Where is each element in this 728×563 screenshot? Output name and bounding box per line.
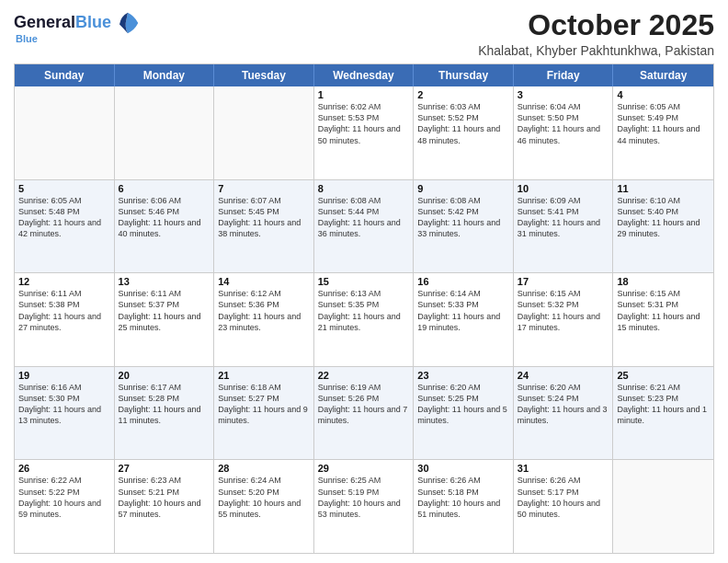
month-title: October 2025 (478, 9, 714, 41)
day-info: Sunrise: 6:18 AM Sunset: 5:27 PM Dayligh… (218, 382, 310, 427)
logo-icon (114, 9, 142, 37)
header-monday: Monday (115, 64, 215, 86)
day-info: Sunrise: 6:11 AM Sunset: 5:38 PM Dayligh… (18, 288, 110, 333)
calendar-cell (214, 86, 314, 179)
calendar-cell: 27Sunrise: 6:23 AM Sunset: 5:21 PM Dayli… (115, 460, 215, 553)
day-number: 24 (518, 370, 609, 381)
calendar-week-4: 19Sunrise: 6:16 AM Sunset: 5:30 PM Dayli… (15, 367, 713, 461)
calendar-cell: 23Sunrise: 6:20 AM Sunset: 5:25 PM Dayli… (414, 367, 514, 460)
calendar-cell: 15Sunrise: 6:13 AM Sunset: 5:35 PM Dayli… (314, 273, 415, 366)
calendar-cell: 29Sunrise: 6:25 AM Sunset: 5:19 PM Dayli… (314, 460, 415, 553)
day-number: 6 (119, 183, 210, 194)
calendar-cell: 25Sunrise: 6:21 AM Sunset: 5:23 PM Dayli… (613, 367, 713, 460)
day-number: 21 (218, 370, 310, 381)
page: GeneralBlue Blue October 2025 Khalabat, … (0, 0, 728, 563)
location-subtitle: Khalabat, Khyber Pakhtunkhwa, Pakistan (478, 43, 714, 58)
day-info: Sunrise: 6:09 AM Sunset: 5:41 PM Dayligh… (518, 195, 609, 240)
day-number: 3 (518, 89, 609, 100)
day-number: 4 (617, 89, 710, 100)
day-number: 2 (417, 89, 509, 100)
header-sunday: Sunday (15, 64, 115, 86)
day-info: Sunrise: 6:21 AM Sunset: 5:23 PM Dayligh… (617, 382, 710, 427)
calendar-cell: 19Sunrise: 6:16 AM Sunset: 5:30 PM Dayli… (15, 367, 115, 460)
logo-text: GeneralBlue (14, 14, 111, 32)
calendar-cell: 21Sunrise: 6:18 AM Sunset: 5:27 PM Dayli… (214, 367, 314, 460)
calendar-body: 1Sunrise: 6:02 AM Sunset: 5:53 PM Daylig… (15, 86, 713, 553)
day-info: Sunrise: 6:03 AM Sunset: 5:52 PM Dayligh… (417, 101, 509, 146)
day-info: Sunrise: 6:14 AM Sunset: 5:33 PM Dayligh… (417, 288, 509, 333)
calendar: Sunday Monday Tuesday Wednesday Thursday… (14, 63, 714, 554)
header-friday: Friday (514, 64, 614, 86)
day-number: 26 (18, 463, 110, 474)
day-number: 17 (518, 276, 609, 287)
calendar-header: Sunday Monday Tuesday Wednesday Thursday… (15, 64, 713, 86)
calendar-week-3: 12Sunrise: 6:11 AM Sunset: 5:38 PM Dayli… (15, 273, 713, 367)
calendar-cell: 12Sunrise: 6:11 AM Sunset: 5:38 PM Dayli… (15, 273, 115, 366)
day-number: 12 (18, 276, 110, 287)
day-info: Sunrise: 6:26 AM Sunset: 5:17 PM Dayligh… (518, 475, 609, 520)
calendar-week-1: 1Sunrise: 6:02 AM Sunset: 5:53 PM Daylig… (15, 86, 713, 180)
calendar-cell: 28Sunrise: 6:24 AM Sunset: 5:20 PM Dayli… (214, 460, 314, 553)
day-info: Sunrise: 6:23 AM Sunset: 5:21 PM Dayligh… (119, 475, 210, 520)
day-number: 10 (518, 183, 609, 194)
day-info: Sunrise: 6:10 AM Sunset: 5:40 PM Dayligh… (617, 195, 710, 240)
calendar-cell (15, 86, 115, 179)
calendar-cell: 20Sunrise: 6:17 AM Sunset: 5:28 PM Dayli… (115, 367, 215, 460)
calendar-cell: 3Sunrise: 6:04 AM Sunset: 5:50 PM Daylig… (514, 86, 614, 179)
calendar-cell: 22Sunrise: 6:19 AM Sunset: 5:26 PM Dayli… (314, 367, 415, 460)
calendar-cell: 26Sunrise: 6:22 AM Sunset: 5:22 PM Dayli… (15, 460, 115, 553)
calendar-cell: 6Sunrise: 6:06 AM Sunset: 5:46 PM Daylig… (115, 180, 215, 273)
day-number: 9 (417, 183, 509, 194)
calendar-cell: 11Sunrise: 6:10 AM Sunset: 5:40 PM Dayli… (613, 180, 713, 273)
day-number: 29 (318, 463, 410, 474)
calendar-cell: 2Sunrise: 6:03 AM Sunset: 5:52 PM Daylig… (414, 86, 514, 179)
calendar-cell: 10Sunrise: 6:09 AM Sunset: 5:41 PM Dayli… (514, 180, 614, 273)
calendar-cell (115, 86, 215, 179)
day-number: 8 (318, 183, 410, 194)
day-number: 20 (119, 370, 210, 381)
calendar-cell: 5Sunrise: 6:05 AM Sunset: 5:48 PM Daylig… (15, 180, 115, 273)
day-number: 25 (617, 370, 710, 381)
day-number: 14 (218, 276, 310, 287)
day-number: 7 (218, 183, 310, 194)
calendar-cell: 13Sunrise: 6:11 AM Sunset: 5:37 PM Dayli… (115, 273, 215, 366)
calendar-cell: 9Sunrise: 6:08 AM Sunset: 5:42 PM Daylig… (414, 180, 514, 273)
day-info: Sunrise: 6:12 AM Sunset: 5:36 PM Dayligh… (218, 288, 310, 333)
calendar-cell: 1Sunrise: 6:02 AM Sunset: 5:53 PM Daylig… (314, 86, 415, 179)
day-number: 23 (417, 370, 509, 381)
day-info: Sunrise: 6:24 AM Sunset: 5:20 PM Dayligh… (218, 475, 310, 520)
calendar-cell: 30Sunrise: 6:26 AM Sunset: 5:18 PM Dayli… (414, 460, 514, 553)
calendar-cell: 16Sunrise: 6:14 AM Sunset: 5:33 PM Dayli… (414, 273, 514, 366)
day-info: Sunrise: 6:17 AM Sunset: 5:28 PM Dayligh… (119, 382, 210, 427)
calendar-cell: 31Sunrise: 6:26 AM Sunset: 5:17 PM Dayli… (514, 460, 614, 553)
day-number: 1 (318, 89, 410, 100)
calendar-cell: 18Sunrise: 6:15 AM Sunset: 5:31 PM Dayli… (613, 273, 713, 366)
day-info: Sunrise: 6:16 AM Sunset: 5:30 PM Dayligh… (18, 382, 110, 427)
day-info: Sunrise: 6:05 AM Sunset: 5:49 PM Dayligh… (617, 101, 710, 146)
day-info: Sunrise: 6:20 AM Sunset: 5:24 PM Dayligh… (518, 382, 609, 427)
calendar-cell: 14Sunrise: 6:12 AM Sunset: 5:36 PM Dayli… (214, 273, 314, 366)
calendar-cell: 17Sunrise: 6:15 AM Sunset: 5:32 PM Dayli… (514, 273, 614, 366)
day-number: 22 (318, 370, 410, 381)
calendar-cell: 24Sunrise: 6:20 AM Sunset: 5:24 PM Dayli… (514, 367, 614, 460)
day-info: Sunrise: 6:08 AM Sunset: 5:44 PM Dayligh… (318, 195, 410, 240)
day-info: Sunrise: 6:20 AM Sunset: 5:25 PM Dayligh… (417, 382, 509, 427)
day-number: 16 (417, 276, 509, 287)
header-saturday: Saturday (613, 64, 713, 86)
day-info: Sunrise: 6:25 AM Sunset: 5:19 PM Dayligh… (318, 475, 410, 520)
day-number: 31 (518, 463, 609, 474)
day-info: Sunrise: 6:02 AM Sunset: 5:53 PM Dayligh… (318, 101, 410, 146)
calendar-cell: 7Sunrise: 6:07 AM Sunset: 5:45 PM Daylig… (214, 180, 314, 273)
day-number: 19 (18, 370, 110, 381)
day-number: 28 (218, 463, 310, 474)
day-info: Sunrise: 6:15 AM Sunset: 5:31 PM Dayligh… (617, 288, 710, 333)
day-info: Sunrise: 6:06 AM Sunset: 5:46 PM Dayligh… (119, 195, 210, 240)
day-info: Sunrise: 6:11 AM Sunset: 5:37 PM Dayligh… (119, 288, 210, 333)
calendar-week-2: 5Sunrise: 6:05 AM Sunset: 5:48 PM Daylig… (15, 180, 713, 274)
day-info: Sunrise: 6:26 AM Sunset: 5:18 PM Dayligh… (417, 475, 509, 520)
day-info: Sunrise: 6:15 AM Sunset: 5:32 PM Dayligh… (518, 288, 609, 333)
day-number: 5 (18, 183, 110, 194)
day-number: 11 (617, 183, 710, 194)
day-number: 15 (318, 276, 410, 287)
calendar-cell: 8Sunrise: 6:08 AM Sunset: 5:44 PM Daylig… (314, 180, 415, 273)
